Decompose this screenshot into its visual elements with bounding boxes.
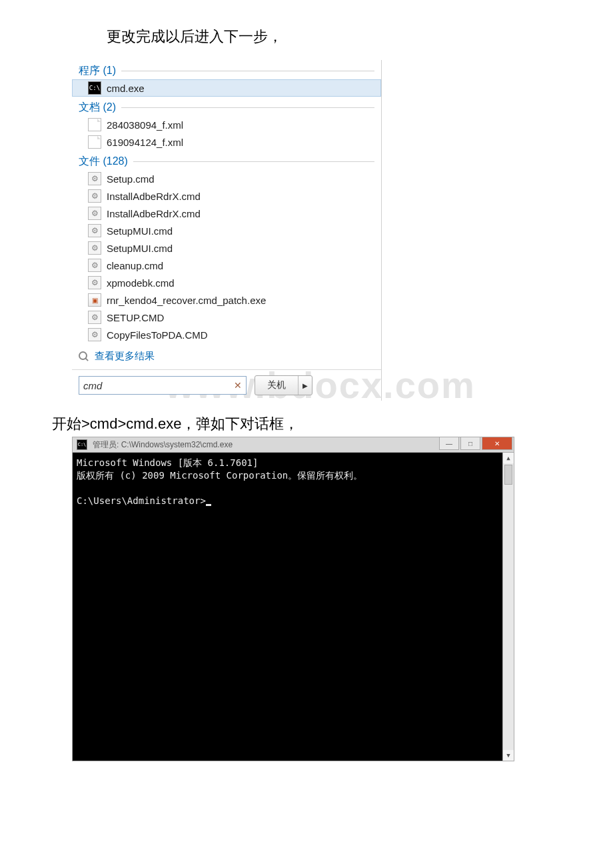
divider bbox=[133, 161, 374, 162]
gear-icon: ⚙ bbox=[88, 311, 101, 324]
result-label: SetupMUI.cmd bbox=[107, 225, 173, 237]
cmd-icon: C:\ bbox=[77, 439, 87, 450]
cmd-prompt: C:\Users\Administrator> bbox=[77, 495, 206, 506]
divider bbox=[121, 107, 374, 108]
search-input[interactable]: cmd ✕ bbox=[79, 376, 247, 395]
gear-icon: ⚙ bbox=[88, 241, 101, 255]
cmd-title-text: 管理员: C:\Windows\system32\cmd.exe bbox=[93, 439, 233, 451]
minimize-button[interactable]: — bbox=[439, 437, 459, 450]
result-file[interactable]: ▣ rnr_kendo4_recover.cmd_patch.exe bbox=[72, 291, 381, 309]
document-icon bbox=[88, 118, 101, 131]
result-label: rnr_kendo4_recover.cmd_patch.exe bbox=[107, 295, 266, 306]
result-cmd-exe[interactable]: C:\ cmd.exe bbox=[72, 79, 381, 97]
gear-icon: ⚙ bbox=[88, 189, 101, 203]
gear-icon: ⚙ bbox=[88, 328, 101, 341]
scrollbar[interactable]: ▲ ▼ bbox=[502, 453, 514, 761]
result-label: xpmodebk.cmd bbox=[107, 277, 175, 289]
result-label: cleanup.cmd bbox=[107, 260, 163, 271]
result-file[interactable]: ⚙ CopyFilesToPDA.CMD bbox=[72, 326, 381, 343]
group-documents-header: 文档 (2) bbox=[72, 97, 381, 116]
see-more-results[interactable]: 查看更多结果 bbox=[72, 343, 381, 369]
result-label: 284038094_f.xml bbox=[107, 119, 183, 131]
shutdown-arrow-icon[interactable]: ▶ bbox=[299, 376, 312, 395]
scroll-track[interactable] bbox=[503, 463, 514, 750]
group-programs-label: 程序 (1) bbox=[79, 64, 116, 78]
clear-search-icon[interactable]: ✕ bbox=[234, 380, 242, 391]
caption-top: 更改完成以后进入下一步， bbox=[107, 27, 613, 47]
more-results-label: 查看更多结果 bbox=[95, 350, 155, 363]
cmd-icon: C:\ bbox=[88, 81, 101, 95]
result-file[interactable]: ⚙ SetupMUI.cmd bbox=[72, 239, 381, 257]
shutdown-button[interactable]: 关机 ▶ bbox=[255, 375, 312, 395]
result-file[interactable]: ⚙ SetupMUI.cmd bbox=[72, 222, 381, 239]
result-file[interactable]: ⚙ cleanup.cmd bbox=[72, 257, 381, 274]
result-document[interactable]: 284038094_f.xml bbox=[72, 116, 381, 133]
gear-icon: ⚙ bbox=[88, 224, 101, 237]
document-icon bbox=[88, 135, 101, 149]
search-icon bbox=[79, 351, 89, 362]
shutdown-label: 关机 bbox=[255, 376, 299, 395]
scroll-up-icon[interactable]: ▲ bbox=[503, 453, 514, 463]
gear-icon: ⚙ bbox=[88, 207, 101, 220]
result-label: cmd.exe bbox=[107, 83, 145, 94]
gear-icon: ⚙ bbox=[88, 276, 101, 289]
exe-icon: ▣ bbox=[88, 293, 101, 307]
search-input-value: cmd bbox=[83, 380, 102, 391]
result-file[interactable]: ⚙ InstallAdbeRdrX.cmd bbox=[72, 205, 381, 222]
result-label: CopyFilesToPDA.CMD bbox=[107, 329, 208, 341]
cmd-line-2: 版权所有 (c) 2009 Microsoft Corporation。保留所有… bbox=[77, 470, 362, 481]
result-label: InstallAdbeRdrX.cmd bbox=[107, 208, 201, 219]
result-label: Setup.cmd bbox=[107, 173, 155, 185]
cmd-line-1: Microsoft Windows [版本 6.1.7601] bbox=[77, 457, 258, 468]
scroll-down-icon[interactable]: ▼ bbox=[503, 750, 514, 761]
group-programs-header: 程序 (1) bbox=[72, 60, 381, 79]
cursor-icon bbox=[206, 504, 211, 506]
start-menu-search-panel: 程序 (1) C:\ cmd.exe 文档 (2) 284038094_f.xm… bbox=[72, 60, 382, 401]
caption-bottom: 开始>cmd>cmd.exe，弹如下对话框， bbox=[52, 414, 613, 434]
gear-icon: ⚙ bbox=[88, 259, 101, 272]
result-label: SetupMUI.cmd bbox=[107, 243, 173, 254]
group-files-label: 文件 (128) bbox=[79, 155, 128, 169]
start-menu-bottom-bar: www.bdocx.com cmd ✕ 关机 ▶ bbox=[72, 369, 381, 401]
close-button[interactable]: ✕ bbox=[482, 437, 512, 450]
gear-icon: ⚙ bbox=[88, 172, 101, 185]
result-file[interactable]: ⚙ Setup.cmd bbox=[72, 170, 381, 187]
scroll-thumb[interactable] bbox=[504, 465, 512, 485]
result-file[interactable]: ⚙ xpmodebk.cmd bbox=[72, 274, 381, 291]
maximize-button[interactable]: □ bbox=[460, 437, 480, 450]
cmd-window: C:\ 管理员: C:\Windows\system32\cmd.exe — □… bbox=[72, 437, 514, 761]
result-label: SETUP.CMD bbox=[107, 312, 164, 323]
group-files-header: 文件 (128) bbox=[72, 151, 381, 170]
result-label: 619094124_f.xml bbox=[107, 137, 183, 148]
cmd-body[interactable]: Microsoft Windows [版本 6.1.7601] 版权所有 (c)… bbox=[72, 452, 514, 761]
result-document[interactable]: 619094124_f.xml bbox=[72, 133, 381, 151]
group-documents-label: 文档 (2) bbox=[79, 101, 116, 115]
cmd-title-bar[interactable]: C:\ 管理员: C:\Windows\system32\cmd.exe — □… bbox=[72, 437, 514, 452]
result-file[interactable]: ⚙ InstallAdbeRdrX.cmd bbox=[72, 187, 381, 205]
result-file[interactable]: ⚙ SETUP.CMD bbox=[72, 309, 381, 326]
divider bbox=[121, 71, 374, 71]
result-label: InstallAdbeRdrX.cmd bbox=[107, 191, 201, 202]
